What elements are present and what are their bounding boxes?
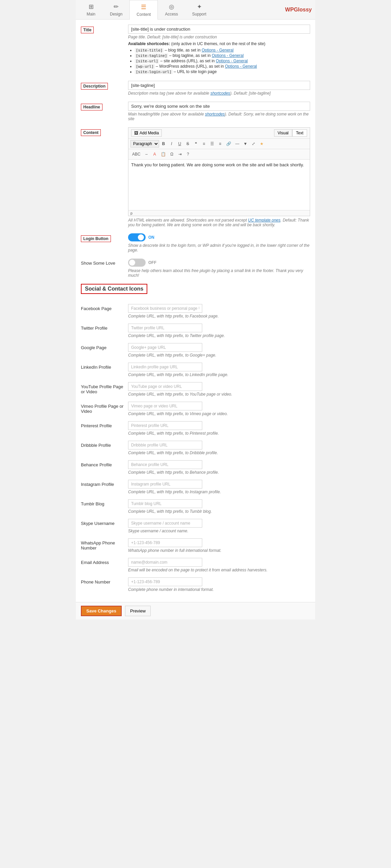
editor-body[interactable]: Thank you for being patient. We are doin… bbox=[129, 160, 310, 210]
social-input-2[interactable] bbox=[128, 343, 202, 352]
tab-support[interactable]: ✦ Support bbox=[185, 0, 213, 19]
headline-label: Headline bbox=[81, 104, 103, 111]
shortcode-item-0: [site-title] – blog title, as set in Opt… bbox=[135, 48, 310, 53]
paragraph-select[interactable]: Paragraph bbox=[131, 140, 159, 148]
toolbar-toggle-button[interactable]: ▼ bbox=[242, 140, 249, 148]
indent-button[interactable]: ⇥ bbox=[176, 151, 184, 158]
login-toggle[interactable] bbox=[128, 233, 146, 241]
title-row: Title Page title. Default: [site-title] … bbox=[81, 25, 310, 75]
strikethrough-button[interactable]: S bbox=[184, 140, 192, 148]
social-section-header-wrapper: Social & Contact Icons bbox=[81, 284, 310, 299]
social-content-13: Email will be encoded on the page to pro… bbox=[128, 558, 310, 572]
editor-tag: p bbox=[131, 211, 133, 215]
preview-button[interactable]: Preview bbox=[125, 606, 151, 616]
underline-button[interactable]: U bbox=[176, 140, 184, 148]
align-center-button[interactable]: ☰ bbox=[208, 140, 216, 148]
bold-button[interactable]: B bbox=[160, 140, 167, 148]
social-content-4: Complete URL, with http prefix, to YouTu… bbox=[128, 382, 310, 397]
social-row-7: Dribbble Profile Complete URL, with http… bbox=[81, 441, 310, 455]
link-button[interactable]: 🔗 bbox=[224, 140, 233, 148]
social-content-0: Complete URL, with http prefix, to Faceb… bbox=[128, 304, 310, 318]
description-label: Description bbox=[81, 83, 108, 90]
social-input-8[interactable] bbox=[128, 460, 202, 469]
shortcode-item-2: [site-url] – site address (URL), as set … bbox=[135, 59, 310, 63]
social-label-14: Phone Number bbox=[81, 578, 128, 592]
social-input-12[interactable] bbox=[128, 538, 202, 547]
social-hint-13: Email will be encoded on the page to pro… bbox=[128, 568, 310, 572]
social-label-13: Email Address bbox=[81, 558, 128, 572]
social-input-11[interactable] bbox=[128, 519, 202, 528]
access-icon: ◎ bbox=[169, 3, 174, 10]
align-right-button[interactable]: ≡ bbox=[216, 140, 224, 148]
login-label: Login Button bbox=[81, 235, 111, 242]
title-hint1: Page title. Default: [site-title] is und… bbox=[128, 35, 310, 39]
shortcodes-link-desc[interactable]: shortcodes bbox=[210, 91, 230, 96]
title-input[interactable] bbox=[128, 25, 310, 34]
social-input-4[interactable] bbox=[128, 382, 202, 391]
tab-access[interactable]: ◎ Access bbox=[158, 0, 185, 19]
tab-main[interactable]: ⊞ Main bbox=[79, 0, 103, 19]
omega-button[interactable]: Ω bbox=[168, 151, 176, 158]
social-input-6[interactable] bbox=[128, 421, 202, 430]
format-button[interactable]: ABC bbox=[131, 151, 142, 158]
visual-mode-button[interactable]: Visual bbox=[274, 129, 292, 137]
social-content-1: Complete URL, with http prefix, to Twitt… bbox=[128, 323, 310, 338]
tab-design[interactable]: ✏ Design bbox=[103, 0, 130, 19]
shortcode-item-1: [site-tagline] – blog tagline, as set in… bbox=[135, 53, 310, 58]
dash-button[interactable]: – bbox=[143, 151, 150, 158]
tab-content[interactable]: ☰ Content bbox=[130, 0, 158, 20]
social-row-3: LinkedIn Profile Complete URL, with http… bbox=[81, 363, 310, 377]
social-row-12: WhatsApp Phone Number WhatsApp phone num… bbox=[81, 538, 310, 553]
social-hint-3: Complete URL, with http prefix, to Linke… bbox=[128, 372, 310, 377]
social-input-13[interactable] bbox=[128, 558, 202, 567]
social-input-10[interactable] bbox=[128, 499, 202, 508]
blockquote-button[interactable]: ❝ bbox=[192, 140, 199, 148]
shortcodes-link-headline[interactable]: shortcodes bbox=[205, 112, 225, 117]
font-color-button[interactable]: A bbox=[151, 151, 159, 158]
social-label-12: WhatsApp Phone Number bbox=[81, 538, 128, 553]
social-row-8: Behance Profile Complete URL, with http … bbox=[81, 460, 310, 475]
tab-main-label: Main bbox=[87, 12, 95, 17]
login-hint: Show a descrete link to the login form, … bbox=[128, 243, 310, 252]
text-mode-button[interactable]: Text bbox=[292, 129, 307, 137]
content-label: Content bbox=[81, 129, 101, 136]
italic-button[interactable]: I bbox=[168, 140, 175, 148]
options-link-2[interactable]: Options - General bbox=[216, 59, 248, 63]
headline-input[interactable] bbox=[128, 102, 310, 111]
save-button[interactable]: Save Changes bbox=[81, 606, 122, 616]
more-button[interactable]: — bbox=[233, 140, 241, 148]
social-row-10: Tumblr Blog Complete URL, with http pref… bbox=[81, 499, 310, 514]
social-input-7[interactable] bbox=[128, 441, 202, 450]
add-media-button[interactable]: 🖼 Add Media bbox=[131, 129, 162, 137]
avail-label: Available shortcodes: bbox=[128, 41, 170, 46]
social-input-9[interactable] bbox=[128, 480, 202, 489]
headline-hint: Main heading/title (see above for availa… bbox=[128, 112, 310, 121]
social-input-5[interactable] bbox=[128, 402, 202, 410]
options-link-1[interactable]: Options - General bbox=[212, 53, 244, 58]
question-button[interactable]: ? bbox=[185, 151, 192, 158]
uc-template-link[interactable]: UC template ones bbox=[248, 218, 280, 222]
social-input-3[interactable] bbox=[128, 363, 202, 371]
align-left-button[interactable]: ≡ bbox=[200, 140, 207, 148]
description-input[interactable] bbox=[128, 81, 310, 90]
social-hint-5: Complete URL, with http prefix, to Vimeo… bbox=[128, 411, 310, 416]
social-content-9: Complete URL, with http prefix, to Insta… bbox=[128, 480, 310, 494]
star-button[interactable]: ★ bbox=[258, 140, 265, 148]
login-toggle-label: ON bbox=[148, 235, 155, 240]
social-input-14[interactable] bbox=[128, 578, 202, 586]
main-content: Title Page title. Default: [site-title] … bbox=[76, 20, 315, 602]
headline-content: Main heading/title (see above for availa… bbox=[128, 102, 310, 121]
social-label-0: Facebook Page bbox=[81, 304, 128, 318]
description-content: Description meta tag (see above for avai… bbox=[128, 81, 310, 96]
content-row: Content 🖼 Add Media Visual Text bbox=[81, 127, 310, 227]
social-row-4: YouTube Profile Page or Video Complete U… bbox=[81, 382, 310, 397]
paste-button[interactable]: 📋 bbox=[159, 151, 168, 158]
social-label-1: Twitter Profile bbox=[81, 323, 128, 338]
show-love-toggle[interactable] bbox=[128, 258, 146, 267]
social-content-14: Complete phone number in international f… bbox=[128, 578, 310, 592]
options-link-3[interactable]: Options - General bbox=[225, 64, 257, 69]
social-input-0[interactable] bbox=[128, 304, 202, 313]
options-link-0[interactable]: Options - General bbox=[201, 48, 233, 53]
social-input-1[interactable] bbox=[128, 323, 202, 332]
fullscreen-button[interactable]: ⤢ bbox=[250, 140, 257, 148]
